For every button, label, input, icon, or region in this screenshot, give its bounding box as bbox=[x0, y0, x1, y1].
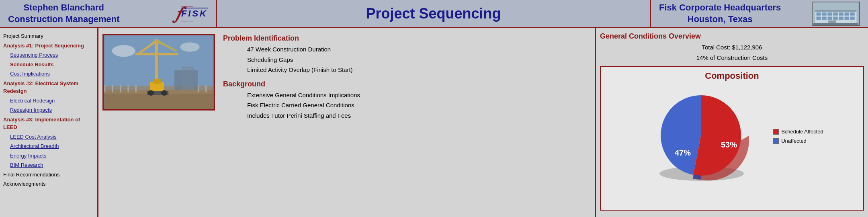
svg-rect-30 bbox=[153, 79, 160, 84]
sidebar-item-cost-implications[interactable]: Cost Implications bbox=[0, 69, 97, 79]
svg-rect-38 bbox=[120, 85, 121, 92]
sidebar-item-bim-research[interactable]: BIM Research bbox=[0, 160, 97, 170]
main-content: Project Summary Analysis #1: Project Seq… bbox=[0, 28, 868, 217]
svg-rect-2 bbox=[815, 10, 857, 12]
svg-rect-13 bbox=[833, 16, 837, 19]
content-middle: Problem Identification 47 Week Construct… bbox=[98, 28, 595, 217]
legend-item-unaffected: Unaffected bbox=[773, 138, 823, 144]
legend-box-blue bbox=[773, 138, 779, 144]
gc-percentage: 14% of Construction Costs bbox=[600, 53, 864, 63]
background-item-2: Fisk Electric Carried General Conditions bbox=[223, 100, 589, 111]
company-name: Stephen Blanchard Construction Managemen… bbox=[8, 2, 119, 25]
svg-rect-39 bbox=[128, 85, 129, 92]
page-title: Project Sequencing bbox=[366, 5, 501, 22]
svg-rect-41 bbox=[198, 85, 199, 92]
sidebar-item-schedule-results[interactable]: Schedule Results bbox=[0, 60, 97, 70]
right-panel: General Conditions Overview Total Cost: … bbox=[595, 28, 868, 217]
svg-rect-18 bbox=[813, 23, 858, 25]
problem-identification-section: Problem Identification 47 Week Construct… bbox=[223, 34, 589, 75]
background-section: Background Extensive General Conditions … bbox=[223, 80, 589, 121]
svg-rect-9 bbox=[850, 12, 854, 15]
sidebar-item-acknowledgments[interactable]: Acknowledgments bbox=[0, 179, 97, 189]
legend-label-unaffected: Unaffected bbox=[781, 138, 807, 144]
pie-chart: 53% 47% bbox=[641, 85, 761, 187]
sidebar-item-analysis3[interactable]: Analysis #3: Implementation of LEED bbox=[0, 115, 97, 132]
svg-rect-11 bbox=[822, 16, 826, 19]
legend-item-schedule-affected: Schedule Affected bbox=[773, 129, 823, 135]
building-image bbox=[812, 2, 860, 26]
svg-rect-36 bbox=[104, 85, 105, 92]
background-title: Background bbox=[223, 80, 589, 88]
svg-rect-40 bbox=[135, 85, 137, 92]
sidebar: Project Summary Analysis #1: Project Seq… bbox=[0, 28, 98, 217]
svg-rect-7 bbox=[839, 12, 843, 15]
gc-total-cost: Total Cost: $1,122,906 bbox=[600, 42, 864, 53]
background-item-1: Extensive General Conditions Implication… bbox=[223, 90, 589, 100]
header-left: Stephen Blanchard Construction Managemen… bbox=[0, 0, 217, 27]
svg-rect-12 bbox=[827, 16, 832, 19]
fisk-logo: 𝑓 ——— FISK ——— bbox=[176, 3, 208, 24]
header-center: Project Sequencing bbox=[217, 0, 651, 27]
svg-rect-35 bbox=[182, 66, 194, 90]
header: Stephen Blanchard Construction Managemen… bbox=[0, 0, 868, 28]
svg-rect-25 bbox=[135, 53, 178, 55]
svg-point-32 bbox=[148, 90, 154, 96]
construction-image bbox=[102, 34, 215, 111]
legend-label-schedule-affected: Schedule Affected bbox=[781, 129, 823, 135]
fisk-text: FISK bbox=[181, 8, 208, 19]
problem-identification-title: Problem Identification bbox=[223, 34, 589, 43]
svg-text:53%: 53% bbox=[721, 140, 737, 149]
svg-rect-4 bbox=[822, 12, 826, 15]
sidebar-item-analysis2[interactable]: Analysis #2: Electrical System Redesign bbox=[0, 79, 97, 96]
legend-box-red bbox=[773, 129, 779, 135]
svg-text:47%: 47% bbox=[675, 148, 691, 157]
company-info: Stephen Blanchard Construction Managemen… bbox=[8, 2, 119, 25]
sidebar-item-redesign-impacts[interactable]: Redesign Impacts bbox=[0, 105, 97, 115]
sidebar-item-electrical-redesign[interactable]: Electrical Redesign bbox=[0, 96, 97, 106]
svg-rect-42 bbox=[205, 85, 207, 92]
header-right: Fisk Corporate Headquarters Houston, Tex… bbox=[651, 0, 868, 27]
sidebar-item-final-recommendations[interactable]: Final Recommendations bbox=[0, 170, 97, 180]
sidebar-item-sequencing-process[interactable]: Sequencing Process bbox=[0, 50, 97, 60]
pie-chart-area: 53% 47% Schedule Affected Unaffected bbox=[605, 85, 859, 187]
svg-point-45 bbox=[112, 45, 135, 57]
svg-rect-3 bbox=[816, 12, 821, 15]
svg-rect-15 bbox=[844, 16, 849, 19]
svg-point-33 bbox=[161, 90, 167, 96]
gc-overview-title: General Conditions Overview bbox=[600, 32, 864, 41]
chart-legend: Schedule Affected Unaffected bbox=[773, 129, 823, 144]
problem-item-2: Scheduling Gaps bbox=[223, 55, 589, 65]
svg-rect-6 bbox=[833, 12, 837, 15]
svg-rect-5 bbox=[827, 12, 832, 15]
svg-rect-14 bbox=[839, 16, 843, 19]
chart-container: Composition bbox=[600, 66, 864, 211]
background-item-3: Includes Tutor Perini Staffing and Fees bbox=[223, 111, 589, 121]
svg-rect-37 bbox=[112, 85, 113, 92]
problem-content: Problem Identification 47 Week Construct… bbox=[221, 32, 591, 213]
svg-rect-8 bbox=[844, 12, 849, 15]
svg-rect-10 bbox=[816, 16, 821, 19]
svg-point-46 bbox=[180, 42, 199, 51]
sidebar-item-architectural-breadth[interactable]: Architectural Breadth bbox=[0, 141, 97, 151]
sidebar-item-energy-impacts[interactable]: Energy Impacts bbox=[0, 151, 97, 161]
svg-rect-17 bbox=[828, 20, 836, 23]
problem-item-1: 47 Week Construction Duration bbox=[223, 44, 589, 55]
svg-rect-16 bbox=[850, 16, 854, 19]
client-info: Fisk Corporate Headquarters Houston, Tex… bbox=[659, 2, 781, 25]
chart-title: Composition bbox=[605, 71, 859, 81]
sidebar-item-leed-cost-analysis[interactable]: LEED Cost Analysis bbox=[0, 132, 97, 142]
sidebar-item-analysis1[interactable]: Analysis #1: Project Sequencing bbox=[0, 41, 97, 51]
sidebar-item-project-summary[interactable]: Project Summary bbox=[0, 31, 97, 41]
problem-item-3: Limited Activity Overlap (Finish to Star… bbox=[223, 65, 589, 75]
